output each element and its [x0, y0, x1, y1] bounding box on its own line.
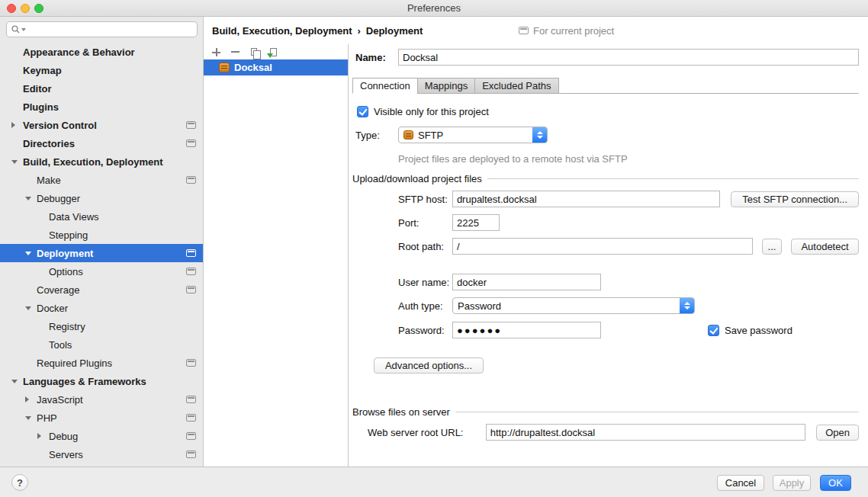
- deployment-settings-panel: Name: Connection Mappings Excluded Paths…: [349, 44, 868, 467]
- sidebar-item-version-control[interactable]: Version Control: [0, 116, 203, 134]
- settings-search[interactable]: [6, 21, 198, 37]
- auth-type-value: Password: [458, 300, 501, 312]
- paste-server-button[interactable]: [267, 46, 279, 58]
- current-project-icon: [186, 268, 196, 275]
- sidebar-item-registry[interactable]: Registry: [0, 317, 203, 335]
- sidebar-item-appearance-behavior[interactable]: Appearance & Behavior: [0, 43, 203, 61]
- sidebar-item-build-execution-deployment[interactable]: Build, Execution, Deployment: [0, 152, 203, 171]
- item-label: Tools: [49, 339, 72, 351]
- sidebar-item-php[interactable]: PHP: [0, 409, 203, 427]
- current-project-icon: [186, 451, 196, 458]
- item-label: Debugger: [37, 193, 80, 204]
- root-path-field[interactable]: [452, 238, 753, 255]
- sidebar-item-debugger[interactable]: Debugger: [0, 189, 203, 207]
- sidebar-item-make[interactable]: Make: [0, 171, 203, 189]
- copy-server-button[interactable]: [248, 46, 260, 58]
- search-icon: [11, 25, 20, 34]
- current-project-icon: [186, 414, 196, 422]
- chevron-down-icon[interactable]: [11, 380, 18, 383]
- remove-server-button[interactable]: [229, 46, 241, 58]
- chevron-down-icon[interactable]: [25, 306, 31, 310]
- dropdown-stepper-icon[interactable]: [680, 298, 694, 313]
- port-field[interactable]: [452, 214, 500, 231]
- settings-tabs: Connection Mappings Excluded Paths: [352, 76, 859, 94]
- auth-type-select[interactable]: Password: [452, 297, 695, 314]
- tab-excluded-paths[interactable]: Excluded Paths: [474, 78, 558, 94]
- sftp-host-field[interactable]: [452, 191, 720, 207]
- dropdown-stepper-icon[interactable]: [532, 127, 547, 143]
- current-project-icon: [186, 121, 196, 129]
- sidebar-item-required-plugins[interactable]: Required Plugins: [0, 354, 203, 372]
- sidebar-item-options[interactable]: Options: [0, 262, 203, 281]
- chevron-down-icon[interactable]: [11, 160, 18, 164]
- web-root-label: Web server root URL:: [368, 427, 486, 438]
- password-field[interactable]: [452, 322, 601, 338]
- sidebar-item-tools[interactable]: Tools: [0, 335, 203, 354]
- chevron-down-icon[interactable]: [25, 197, 31, 200]
- window-title: Preferences: [0, 0, 868, 17]
- password-label: Password:: [398, 325, 452, 336]
- section-divider: [487, 178, 859, 179]
- ok-button[interactable]: OK: [820, 475, 851, 491]
- current-project-icon: [186, 432, 196, 440]
- auth-type-label: Auth type:: [398, 300, 452, 312]
- sidebar-item-languages-frameworks[interactable]: Languages & Frameworks: [0, 372, 203, 390]
- sidebar-item-keymap[interactable]: Keymap: [0, 61, 203, 79]
- sidebar-item-deployment[interactable]: Deployment: [0, 244, 203, 262]
- minus-icon: [231, 51, 240, 53]
- sidebar-item-directories[interactable]: Directories: [0, 134, 203, 152]
- chevron-down-icon[interactable]: [25, 252, 31, 255]
- current-project-icon: [186, 286, 196, 293]
- server-list-item[interactable]: Docksal: [204, 59, 348, 75]
- sidebar-item-servers[interactable]: Servers: [0, 445, 203, 463]
- section-divider: [455, 412, 859, 412]
- search-input[interactable]: [29, 24, 192, 35]
- autodetect-button[interactable]: Autodetect: [791, 239, 859, 255]
- advanced-options-button[interactable]: Advanced options...: [374, 358, 484, 374]
- sidebar-item-data-views[interactable]: Data Views: [0, 207, 203, 226]
- panel-header: Build, Execution, Deployment › Deploymen…: [204, 17, 868, 44]
- sidebar-item-docker[interactable]: Docker: [0, 299, 203, 317]
- save-password-checkbox[interactable]: [708, 325, 719, 336]
- sftp-server-icon: [219, 63, 230, 72]
- breadcrumb-parent[interactable]: Build, Execution, Deployment: [212, 25, 352, 37]
- browse-root-path-button[interactable]: ...: [762, 239, 782, 255]
- chevron-down-icon[interactable]: [25, 416, 31, 420]
- name-label: Name:: [355, 52, 398, 63]
- sidebar-item-editor[interactable]: Editor: [0, 79, 203, 98]
- search-options-caret-icon[interactable]: [21, 28, 26, 31]
- item-label: Docker: [37, 303, 68, 314]
- chevron-right-icon[interactable]: [11, 122, 15, 128]
- sidebar-item-javascript[interactable]: JavaScript: [0, 390, 203, 409]
- user-name-field[interactable]: [452, 274, 601, 290]
- breadcrumb: Build, Execution, Deployment › Deploymen…: [212, 17, 423, 44]
- project-scope: For current project: [519, 17, 614, 44]
- sftp-type-icon: [403, 130, 413, 139]
- tab-mappings[interactable]: Mappings: [417, 78, 475, 94]
- add-server-button[interactable]: [210, 46, 222, 58]
- type-select[interactable]: SFTP: [398, 127, 548, 143]
- upload-section-title: Upload/download project files: [352, 173, 482, 184]
- chevron-right-icon[interactable]: [37, 433, 41, 439]
- web-server-root-url-field[interactable]: [486, 424, 805, 441]
- chevron-right-icon[interactable]: [25, 396, 29, 402]
- sidebar-item-stepping[interactable]: Stepping: [0, 226, 203, 244]
- item-label: JavaScript: [37, 394, 83, 406]
- tab-connection[interactable]: Connection: [352, 78, 418, 94]
- sidebar-item-coverage[interactable]: Coverage: [0, 281, 203, 299]
- visible-project-checkbox[interactable]: [357, 106, 368, 117]
- open-button[interactable]: Open: [816, 425, 859, 441]
- name-field[interactable]: [398, 49, 859, 66]
- save-password-label: Save password: [725, 325, 792, 336]
- cancel-button[interactable]: Cancel: [717, 475, 764, 491]
- breadcrumb-current: Deployment: [366, 25, 423, 37]
- item-label: Keymap: [23, 65, 62, 76]
- current-project-icon: [186, 359, 196, 367]
- current-project-icon: [186, 249, 196, 257]
- test-sftp-connection-button[interactable]: Test SFTP connection...: [731, 191, 859, 207]
- apply-button[interactable]: Apply: [773, 475, 811, 491]
- server-list-panel: Docksal: [204, 44, 349, 467]
- help-button[interactable]: ?: [11, 474, 28, 491]
- sidebar-item-plugins[interactable]: Plugins: [0, 98, 203, 116]
- sidebar-item-debug[interactable]: Debug: [0, 427, 203, 445]
